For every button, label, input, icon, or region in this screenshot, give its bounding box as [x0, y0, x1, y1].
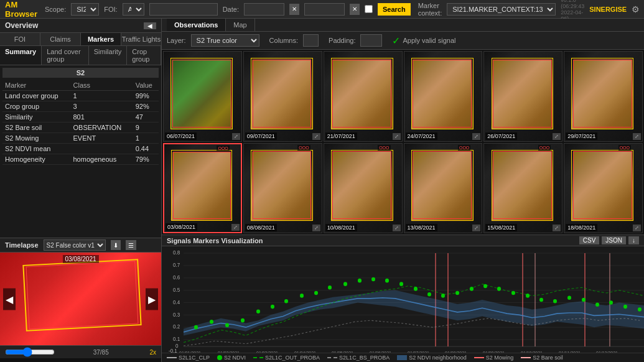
grid-cell-expand-button[interactable]: ⤢ — [472, 225, 480, 231]
tab-map[interactable]: Map — [226, 19, 254, 31]
timelapse-download-icon[interactable]: ⬇ — [111, 240, 121, 250]
timelapse-panel: Timelapse S2 False color v1 ⬇ ☰ 03/08/20… — [0, 238, 161, 362]
tab-traffic-lights[interactable]: Traffic Lights — [121, 33, 161, 45]
date-from-input[interactable]: 1/1/2021 — [244, 3, 284, 16]
col-value: Value — [133, 80, 159, 91]
bottom-panel: Signals Markers Visualization CSV JSON ↓… — [162, 234, 644, 362]
grid-cell[interactable]: OOO13/08/2021⤢ — [404, 143, 483, 234]
grid-cell-date: 03/08/2021 — [166, 223, 197, 231]
grid-cell-expand-button[interactable]: ⤢ — [553, 225, 561, 231]
foi-select[interactable]: AP — [123, 3, 144, 16]
grid-cell[interactable]: 21/07/2021⤢ — [324, 51, 403, 142]
grid-cell-expand-button[interactable]: ⤢ — [232, 133, 240, 140]
grid-cell[interactable]: 06/07/2021⤢ — [163, 51, 242, 142]
csv-button[interactable]: CSV — [579, 236, 600, 244]
gear-icon[interactable]: ⚙ — [632, 4, 640, 14]
date-checkbox[interactable] — [365, 5, 373, 13]
grid-cell[interactable]: 09/07/2021⤢ — [243, 51, 322, 142]
date-to-input[interactable]: 31/12/2021 — [304, 3, 345, 16]
tab-claims[interactable]: Claims — [40, 33, 81, 45]
timelapse-canvas: 03/08/2021 ◀ ▶ — [0, 253, 161, 345]
tab-markers[interactable]: Markers — [81, 33, 121, 45]
legend-s2l1c-out-proba: S2L1C_OUT_PROBA — [253, 355, 320, 361]
timelapse-field-outline-red — [26, 261, 138, 329]
chart-header: Signals Markers Visualization CSV JSON ↓ — [162, 235, 644, 246]
apply-valid-label: Apply valid signal — [403, 37, 455, 44]
grid-cell-date: 18/08/2021 — [566, 224, 597, 231]
svg-point-29 — [241, 318, 245, 323]
grid-cell-date: 15/08/2021 — [485, 224, 517, 231]
svg-point-38 — [371, 277, 375, 282]
svg-point-57 — [638, 307, 642, 312]
svg-point-51 — [553, 299, 557, 304]
ooo-label: OOO — [217, 146, 229, 151]
timelapse-slider[interactable] — [5, 347, 55, 357]
grid-cell[interactable]: OOO15/08/2021⤢ — [483, 143, 562, 234]
svg-point-55 — [609, 300, 613, 305]
columns-input[interactable]: 6 — [303, 34, 319, 47]
chart-body: 0.8 0.7 0.6 0.5 0.4 0.3 0.2 0.1 0 -0.1 — [162, 246, 644, 353]
padding-input[interactable]: 10% — [360, 34, 382, 47]
col-marker: Marker — [2, 80, 71, 91]
subtab-land-cover-group[interactable]: Land cover group — [42, 46, 89, 65]
timelapse-date: 03/08/2021 — [62, 255, 98, 263]
marker-ctx-select[interactable]: SI21.MARKER_CONTEXT:130 02/11/2021 — [447, 3, 556, 16]
collapse-button[interactable]: ◀ — [144, 22, 156, 29]
legend-s2l1c-bs-proba: S2L1C_BS_PROBA — [327, 355, 390, 361]
json-button[interactable]: JSON — [602, 236, 626, 244]
app-title: AM Browser — [5, 0, 37, 19]
scope-select[interactable]: SI21 — [71, 3, 99, 16]
grid-cell-expand-button[interactable]: ⤢ — [231, 224, 240, 231]
svg-text:01/01/2021: 01/01/2021 — [179, 350, 201, 353]
sinergise-logo: SINERGISE — [589, 6, 627, 13]
grid-cell-date: 21/07/2021 — [325, 132, 357, 140]
subtab-crop-group[interactable]: Crop group — [127, 46, 161, 65]
svg-point-48 — [511, 291, 515, 295]
timelapse-settings-icon[interactable]: ☰ — [126, 240, 136, 250]
right-panel: Observations Map Layer: S2 True color Co… — [162, 19, 644, 362]
grid-cell[interactable]: OOO08/08/2021⤢ — [243, 143, 322, 234]
grid-cell-expand-button[interactable]: ⤢ — [393, 225, 401, 231]
svg-point-40 — [399, 282, 403, 286]
overview-title: Overview — [5, 21, 38, 30]
grid-cell[interactable]: 29/07/2021⤢ — [564, 51, 643, 142]
timelapse-zoom: 2x — [149, 349, 156, 356]
grid-cell-expand-button[interactable]: ⤢ — [312, 225, 320, 231]
grid-cell-expand-button[interactable]: ⤢ — [553, 133, 561, 140]
tab-foi[interactable]: FOI — [0, 33, 40, 45]
svg-point-32 — [284, 299, 288, 304]
date-from-clear[interactable]: ✕ — [289, 4, 299, 15]
svg-text:01/06/2021: 01/06/2021 — [370, 350, 391, 353]
grid-cell-expand-button[interactable]: ⤢ — [312, 133, 320, 140]
date-to-clear[interactable]: ✕ — [350, 4, 360, 15]
search-button[interactable]: Search — [378, 3, 411, 16]
svg-point-47 — [497, 287, 501, 291]
table-row: Land cover group199% — [2, 91, 159, 101]
grid-cell[interactable]: OOO03/08/2021⤢ — [163, 143, 242, 234]
ooo-label: OOO — [297, 145, 310, 151]
grid-cell[interactable]: 24/07/2021⤢ — [404, 51, 483, 142]
tab-observations[interactable]: Observations — [167, 19, 226, 31]
grid-cell[interactable]: OOO18/08/2021⤢ — [564, 143, 643, 234]
subtab-summary[interactable]: Summary — [0, 46, 42, 65]
foi-label: FOI: — [104, 6, 117, 13]
foi-id-input[interactable]: SI21.FOI.6870153001 — [149, 3, 218, 16]
grid-cell[interactable]: 26/07/2021⤢ — [483, 51, 562, 142]
layer-select[interactable]: S2 True color — [191, 34, 259, 47]
grid-cell-date: 24/07/2021 — [406, 132, 437, 140]
svg-text:0.1: 0.1 — [173, 336, 180, 342]
main-layout: Overview ◀ FOI Claims Markers Traffic Li… — [0, 19, 644, 362]
subtab-similarity[interactable]: Similarity — [89, 46, 128, 65]
timelapse-layer-select[interactable]: S2 False color v1 — [44, 239, 106, 251]
checkmark-icon[interactable]: ✓ — [392, 35, 400, 47]
grid-cell-expand-button[interactable]: ⤢ — [393, 133, 401, 140]
grid-cell[interactable]: OOO10/08/2021⤢ — [324, 143, 403, 234]
timelapse-prev-button[interactable]: ◀ — [3, 288, 16, 310]
timelapse-next-button[interactable]: ▶ — [146, 288, 158, 310]
grid-cell-expand-button[interactable]: ⤢ — [633, 225, 641, 231]
download-button[interactable]: ↓ — [628, 236, 639, 244]
grid-cell-expand-button[interactable]: ⤢ — [633, 133, 641, 140]
grid-cell-expand-button[interactable]: ⤢ — [472, 133, 480, 140]
chart-svg: 0.8 0.7 0.6 0.5 0.4 0.3 0.2 0.1 0 -0.1 — [162, 246, 644, 353]
left-panel: Overview ◀ FOI Claims Markers Traffic Li… — [0, 19, 162, 362]
